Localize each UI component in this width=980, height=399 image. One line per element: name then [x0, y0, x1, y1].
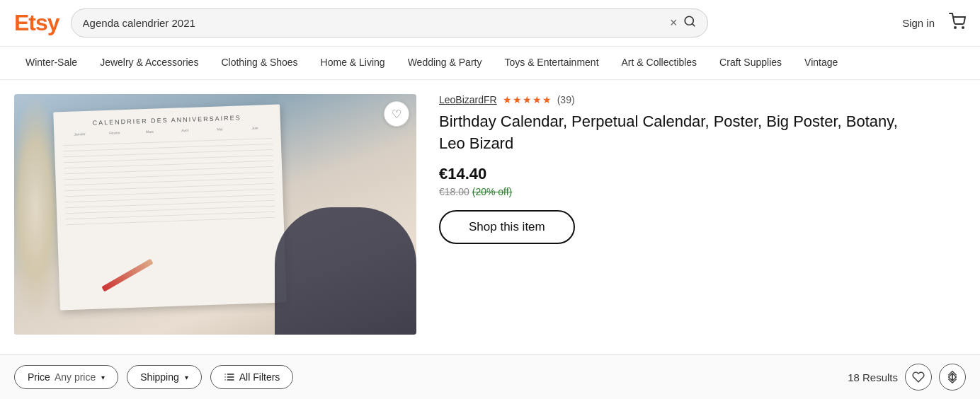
- all-filters-label: All Filters: [239, 371, 280, 383]
- star-3: ★: [523, 94, 532, 105]
- all-filters-button[interactable]: All Filters: [210, 365, 294, 389]
- svg-point-3: [962, 27, 964, 28]
- nav-item-winter-sale[interactable]: Winter-Sale: [14, 47, 89, 79]
- header: Etsy × Sign in: [0, 0, 980, 47]
- price-chevron-icon: ▾: [101, 374, 105, 381]
- seller-row: LeoBizardFR ★ ★ ★ ★ ★ (39): [439, 94, 966, 105]
- search-bar: ×: [71, 8, 708, 37]
- search-input[interactable]: [83, 17, 670, 29]
- price-filter-label: Price: [28, 371, 50, 383]
- product-image: CALENDRIER DES ANNIVERSAIRES Janvier Fév…: [14, 94, 416, 335]
- nav-item-clothing[interactable]: Clothing & Shoes: [210, 47, 309, 79]
- star-2: ★: [513, 94, 522, 105]
- main-content: CALENDRIER DES ANNIVERSAIRES Janvier Fév…: [0, 80, 980, 349]
- price-filter-value: Any price: [55, 371, 96, 383]
- nav-item-craft[interactable]: Craft Supplies: [708, 47, 793, 79]
- save-results-button[interactable]: [905, 364, 932, 391]
- search-button[interactable]: [683, 15, 696, 31]
- sign-in-link[interactable]: Sign in: [902, 17, 935, 29]
- star-5: ★: [542, 94, 552, 105]
- cal-month-apr: Avril: [168, 127, 203, 134]
- product-title: Birthday Calendar, Perpetual Calendar, P…: [439, 111, 921, 155]
- original-price-value: €18.00: [439, 186, 469, 197]
- star-rating: ★ ★ ★ ★ ★: [503, 94, 552, 105]
- cal-month-mar: Mars: [132, 128, 167, 135]
- seller-link[interactable]: LeoBizardFR: [439, 94, 497, 105]
- price-filter-button[interactable]: Price Any price ▾: [14, 365, 118, 389]
- nav-item-art[interactable]: Art & Collectibles: [610, 47, 709, 79]
- results-count: 18 Results: [848, 371, 898, 383]
- product-image-placeholder: CALENDRIER DES ANNIVERSAIRES Janvier Fév…: [14, 94, 416, 335]
- nav-item-home[interactable]: Home & Living: [309, 47, 397, 79]
- cal-month-feb: Février: [98, 129, 132, 137]
- person-silhouette: [275, 207, 416, 335]
- svg-line-1: [692, 23, 694, 25]
- search-clear-button[interactable]: ×: [670, 16, 678, 30]
- nav-item-wedding[interactable]: Wedding & Party: [397, 47, 494, 79]
- product-image-container: CALENDRIER DES ANNIVERSAIRES Janvier Fév…: [14, 94, 416, 335]
- shipping-chevron-icon: ▾: [185, 374, 188, 381]
- bottom-bar: Price Any price ▾ Shipping ▾ All Filters…: [0, 354, 980, 399]
- nav-item-vintage[interactable]: Vintage: [793, 47, 849, 79]
- nav-item-toys[interactable]: Toys & Entertainment: [493, 47, 610, 79]
- wishlist-button[interactable]: ♡: [384, 101, 409, 127]
- main-nav: Winter-Sale Jewelry & Accessories Clothi…: [0, 47, 980, 80]
- shipping-filter-label: Shipping: [140, 371, 179, 383]
- filters-grid-icon: [224, 371, 235, 383]
- cal-month-may: Mai: [203, 126, 237, 133]
- sort-icon: [946, 371, 959, 383]
- star-4: ★: [532, 94, 542, 105]
- sort-results-button[interactable]: [939, 364, 966, 391]
- discount-badge: (20% off): [472, 186, 513, 197]
- shop-this-item-button[interactable]: Shop this item: [439, 210, 575, 244]
- cart-svg-icon: [949, 13, 966, 30]
- etsy-logo[interactable]: Etsy: [14, 10, 59, 36]
- calendar-content: CALENDRIER DES ANNIVERSAIRES Janvier Fév…: [53, 105, 284, 234]
- product-details: LeoBizardFR ★ ★ ★ ★ ★ (39) Birthday Cale…: [416, 94, 966, 335]
- image-background: CALENDRIER DES ANNIVERSAIRES Janvier Fév…: [14, 94, 416, 335]
- product-price-current: €14.40: [439, 165, 966, 183]
- star-1: ★: [503, 94, 512, 105]
- results-section: 18 Results: [848, 364, 966, 391]
- cal-month-jan: Janvier: [62, 131, 97, 138]
- search-icon: [683, 15, 696, 28]
- product-price-original: €18.00 (20% off): [439, 186, 966, 197]
- header-right: Sign in: [902, 13, 966, 34]
- cal-month-jun: Juin: [238, 125, 273, 132]
- heart-icon: [912, 371, 925, 383]
- nav-item-jewelry[interactable]: Jewelry & Accessories: [89, 47, 210, 79]
- calendar-paper: CALENDRIER DES ANNIVERSAIRES Janvier Fév…: [53, 105, 287, 311]
- svg-point-2: [955, 27, 956, 28]
- cart-icon[interactable]: [949, 13, 966, 34]
- review-count: (39): [557, 94, 575, 105]
- shipping-filter-button[interactable]: Shipping ▾: [127, 365, 202, 389]
